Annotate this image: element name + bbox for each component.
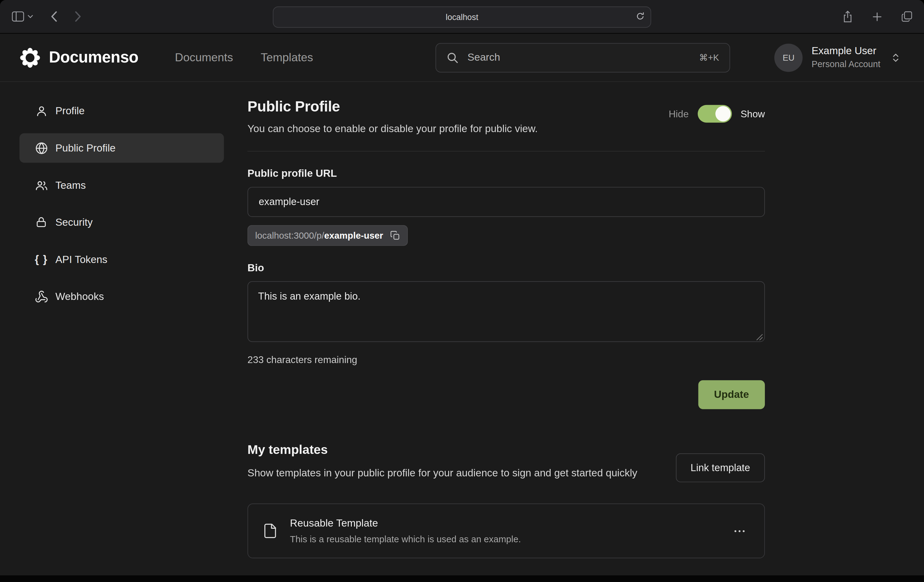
chevrons-up-down-icon	[891, 52, 901, 63]
browser-window: localhost	[0, 0, 924, 582]
sidebar-item-teams[interactable]: Teams	[20, 170, 224, 200]
sidebar-item-api-tokens[interactable]: { } API Tokens	[20, 245, 224, 274]
avatar: EU	[774, 43, 803, 72]
new-tab-icon	[873, 12, 881, 21]
search-input[interactable]	[466, 51, 699, 64]
hide-label: Hide	[669, 108, 689, 119]
browser-nav-controls	[0, 9, 84, 24]
toggle-knob	[715, 106, 731, 122]
profile-url-label: Public profile URL	[248, 167, 765, 180]
reload-icon	[636, 12, 645, 21]
sidebar-item-label: Public Profile	[55, 142, 116, 154]
sidebar-item-profile[interactable]: Profile	[20, 96, 224, 126]
resize-grip-icon[interactable]	[756, 334, 763, 341]
back-icon	[51, 11, 57, 21]
search-shortcut: ⌘+K	[699, 52, 719, 63]
sidebar-item-label: Profile	[55, 105, 85, 117]
sidebar-item-label: Security	[55, 216, 92, 228]
app-header: Documenso Documents Templates ⌘+K EU Exa…	[0, 33, 924, 82]
sidebar-item-label: Webhooks	[55, 290, 104, 303]
lock-icon	[34, 216, 48, 229]
share-button[interactable]	[840, 8, 855, 25]
new-tab-button[interactable]	[870, 10, 884, 23]
browser-action-controls	[840, 0, 914, 33]
sidebar-panel-icon	[12, 11, 24, 21]
search-icon	[447, 52, 459, 63]
link-prefix: localhost:3000/p/	[255, 230, 324, 241]
browser-forward-button[interactable]	[73, 9, 83, 24]
settings-sidebar: Profile Public Profile Teams Security	[0, 82, 224, 575]
divider	[248, 151, 765, 152]
ellipsis-icon	[733, 524, 747, 538]
profile-url-input[interactable]	[248, 187, 765, 217]
browser-sidebar-button[interactable]	[10, 9, 35, 24]
url-text: localhost	[446, 12, 478, 22]
top-nav: Documents Templates	[175, 51, 313, 64]
account-menu[interactable]: EU Example User Personal Account	[774, 43, 901, 72]
users-icon	[34, 178, 48, 192]
app-body: Profile Public Profile Teams Security	[0, 82, 924, 575]
copy-link-button[interactable]	[389, 230, 401, 242]
template-menu-button[interactable]	[729, 521, 750, 542]
sidebar-item-label: API Tokens	[55, 253, 107, 265]
page-title: Public Profile	[248, 98, 538, 115]
documenso-logo-icon	[20, 47, 41, 68]
braces-icon: { }	[34, 253, 48, 265]
browser-address-bar[interactable]: localhost	[273, 7, 651, 28]
my-templates-description: Show templates in your public profile fo…	[248, 465, 637, 481]
account-name: Example User	[812, 45, 881, 58]
browser-back-button[interactable]	[48, 9, 59, 24]
sidebar-item-security[interactable]: Security	[20, 208, 224, 237]
template-card: Reusable Template This is a reusable tem…	[248, 503, 765, 558]
bio-label: Bio	[248, 262, 765, 274]
brand-name: Documenso	[49, 48, 139, 66]
show-label: Show	[741, 108, 765, 119]
share-icon	[843, 10, 853, 23]
tab-overview-button[interactable]	[899, 9, 915, 24]
template-description: This is a reusable template which is use…	[290, 533, 521, 546]
reload-button[interactable]	[634, 10, 647, 23]
copy-icon	[390, 231, 401, 241]
characters-remaining: 233 characters remaining	[248, 354, 765, 365]
account-names: Example User Personal Account	[812, 45, 881, 70]
brand[interactable]: Documenso	[20, 47, 138, 68]
user-icon	[34, 104, 48, 117]
template-name: Reusable Template	[290, 516, 521, 530]
profile-visibility-toggle[interactable]	[698, 105, 732, 122]
nav-templates[interactable]: Templates	[261, 51, 313, 64]
sidebar-item-label: Teams	[55, 179, 86, 191]
public-profile-link-chip[interactable]: localhost:3000/p/example-user	[248, 225, 408, 246]
browser-toolbar: localhost	[0, 0, 924, 33]
link-template-button[interactable]: Link template	[676, 453, 765, 482]
window-bottom-edge	[0, 575, 924, 582]
forward-icon	[75, 11, 81, 21]
nav-documents[interactable]: Documents	[175, 51, 233, 64]
visibility-control: Hide Show	[669, 105, 765, 122]
file-icon	[262, 522, 278, 540]
sidebar-item-public-profile[interactable]: Public Profile	[20, 133, 224, 163]
webhook-icon	[34, 290, 48, 303]
link-slug: example-user	[324, 230, 383, 241]
my-templates-title: My templates	[248, 443, 637, 458]
globe-icon	[34, 141, 48, 155]
update-button[interactable]: Update	[698, 380, 765, 409]
chevron-down-icon	[28, 15, 33, 18]
bio-textarea[interactable]: This is an example bio.	[248, 281, 765, 342]
tab-overview-icon	[901, 11, 912, 21]
search-bar[interactable]: ⌘+K	[436, 43, 730, 72]
account-type: Personal Account	[812, 59, 881, 70]
page-subtitle: You can choose to enable or disable your…	[248, 122, 538, 135]
sidebar-item-webhooks[interactable]: Webhooks	[20, 282, 224, 311]
public-profile-settings: Public Profile You can choose to enable …	[224, 82, 924, 575]
